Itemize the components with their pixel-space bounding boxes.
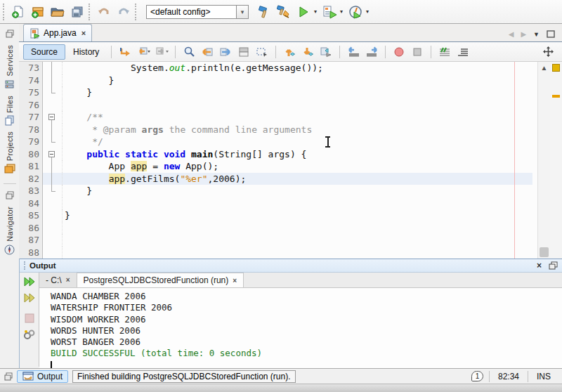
split-document-button[interactable] <box>540 44 556 60</box>
output-settings-button[interactable] <box>22 327 37 341</box>
previous-bookmark-button[interactable] <box>281 44 298 60</box>
redo-button[interactable] <box>115 3 133 21</box>
fold-margin <box>43 160 62 173</box>
rectangular-selection-button[interactable] <box>254 44 270 60</box>
last-edit-location-button[interactable] <box>117 44 133 60</box>
toggle-highlight-button[interactable] <box>235 44 252 60</box>
code-line[interactable]: 73 System.out.println(e.getMessage()); <box>19 62 532 74</box>
notifications-icon[interactable]: 1 <box>471 371 483 381</box>
shift-left-button[interactable] <box>345 44 362 60</box>
open-project-button[interactable] <box>48 3 67 21</box>
status-bar: Output Finished building PostgreSQLJDBCS… <box>0 368 562 384</box>
find-previous-button[interactable] <box>199 44 216 60</box>
toolbar-drag-handle[interactable] <box>3 4 5 20</box>
profile-project-button[interactable] <box>346 3 365 21</box>
code-line[interactable]: 79 */ <box>19 136 532 148</box>
fold-collapse-icon[interactable] <box>43 111 62 124</box>
run-project-button[interactable] <box>294 3 313 21</box>
float-window-icon[interactable] <box>549 261 558 270</box>
toolbar-drag-handle[interactable] <box>135 4 137 20</box>
editor-vertical-scrollbar[interactable]: ▲ <box>537 62 550 259</box>
output-tab-cdrive[interactable]: - C:\ × <box>39 273 77 287</box>
new-file-button[interactable] <box>9 3 27 21</box>
dock-group-icon[interactable] <box>6 191 14 200</box>
close-tab-icon[interactable]: × <box>81 29 86 37</box>
scroll-tabs-left-icon[interactable]: ◀ <box>509 30 514 38</box>
undo-button[interactable] <box>95 3 113 21</box>
close-tab-icon[interactable]: × <box>66 276 70 284</box>
sidebar-tab-files[interactable]: Files <box>4 93 15 129</box>
gear-icon <box>23 329 36 340</box>
stop-macro-recording-button[interactable] <box>409 44 426 60</box>
tab-list-dropdown-icon[interactable]: ▼ <box>533 31 540 38</box>
build-project-button[interactable] <box>255 3 273 21</box>
clean-build-project-button[interactable] <box>275 3 293 21</box>
output-drag-handle[interactable] <box>24 261 26 270</box>
caret-position[interactable]: 82:34 <box>489 371 528 382</box>
close-output-icon[interactable]: × <box>537 261 542 270</box>
scrollbar-thumb[interactable] <box>540 247 549 257</box>
code-line[interactable]: 76 <box>19 99 532 112</box>
debug-project-button[interactable] <box>320 3 339 21</box>
maximize-window-icon[interactable] <box>547 30 555 38</box>
code-editor[interactable]: 73 System.out.println(e.getMessage());74… <box>19 62 562 259</box>
next-bookmark-button[interactable] <box>299 44 316 60</box>
dock-group-icon[interactable] <box>4 372 13 381</box>
stop-build-button[interactable] <box>22 311 37 325</box>
output-line: WORST BANGER 2006 <box>51 337 562 348</box>
output-tab-run[interactable]: PostgreSQLJDBCStoredFunction (run) × <box>77 273 244 287</box>
sidebar-tab-services[interactable]: Services <box>4 42 15 93</box>
document-tab-appjava[interactable]: App.java × <box>23 24 92 41</box>
code-line[interactable]: 81 App app = new App(); <box>19 160 532 173</box>
comment-button[interactable] <box>436 44 453 60</box>
error-stripe-mark[interactable] <box>552 95 560 98</box>
source-view-button[interactable]: Source <box>23 44 65 60</box>
config-combobox[interactable]: <default config> ▾ <box>146 5 249 19</box>
back-button[interactable] <box>135 44 152 60</box>
code-line[interactable]: 78 * @param args the command line argume… <box>19 124 532 136</box>
minimized-output-button[interactable]: Output <box>17 370 68 383</box>
forward-button[interactable] <box>153 44 170 60</box>
rerun-button[interactable] <box>22 275 37 289</box>
rerun-with-options-button[interactable] <box>22 291 37 305</box>
insert-mode-indicator[interactable]: INS <box>528 371 559 382</box>
code-line[interactable]: 88 <box>19 247 532 259</box>
fold-collapse-icon[interactable] <box>43 148 62 161</box>
history-view-button[interactable]: History <box>65 44 107 60</box>
code-line[interactable]: 86 <box>19 222 532 235</box>
sidebar-tab-projects[interactable]: Projects <box>4 129 15 176</box>
code-line[interactable]: 87 <box>19 234 532 247</box>
document-tab-row: App.java × ◀ ▶ ▼ <box>19 24 562 42</box>
output-header[interactable]: Output × <box>20 259 562 273</box>
code-line[interactable]: 80 public static void main(String[] args… <box>19 148 532 161</box>
uncomment-button[interactable] <box>455 44 471 60</box>
scroll-tabs-right-icon[interactable]: ▶ <box>521 30 526 38</box>
code-line[interactable]: 82 app.getFilms("%er",2006); <box>19 173 532 185</box>
code-line[interactable]: 84 <box>19 197 532 210</box>
new-project-button[interactable] <box>29 3 47 21</box>
code-line[interactable]: 85} <box>19 209 532 222</box>
find-selection-button[interactable] <box>181 44 197 60</box>
code-line[interactable]: 77 /** <box>19 111 532 124</box>
save-all-button[interactable] <box>68 3 86 21</box>
code-line[interactable]: 83 } <box>19 185 532 197</box>
start-macro-recording-button[interactable] <box>391 44 407 60</box>
output-console[interactable]: WANDA CHAMBER 2006WATERSHIP FRONTIER 200… <box>39 287 562 371</box>
back-icon <box>136 46 150 58</box>
error-stripe <box>550 62 562 259</box>
file-status-warning-icon[interactable] <box>552 64 560 72</box>
find-next-button[interactable] <box>217 44 234 60</box>
code-line[interactable]: 75 } <box>19 86 532 99</box>
scrollbar-up-arrow-icon[interactable]: ▲ <box>540 63 549 72</box>
chevron-down-icon[interactable]: ▾ <box>236 5 249 19</box>
sidebar-tab-navigator[interactable]: Navigator <box>4 204 15 258</box>
dock-group-icon[interactable] <box>6 30 14 38</box>
shift-right-button[interactable] <box>363 44 380 60</box>
debug-dropdown-arrow[interactable]: ▾ <box>340 8 343 15</box>
toggle-bookmark-button[interactable] <box>318 44 334 60</box>
profile-dropdown-arrow[interactable]: ▾ <box>366 8 369 15</box>
close-tab-icon[interactable]: × <box>233 277 237 285</box>
run-dropdown-arrow[interactable]: ▾ <box>314 8 317 15</box>
code-line[interactable]: 74 } <box>19 74 532 87</box>
toolbar-drag-handle[interactable] <box>89 4 91 20</box>
